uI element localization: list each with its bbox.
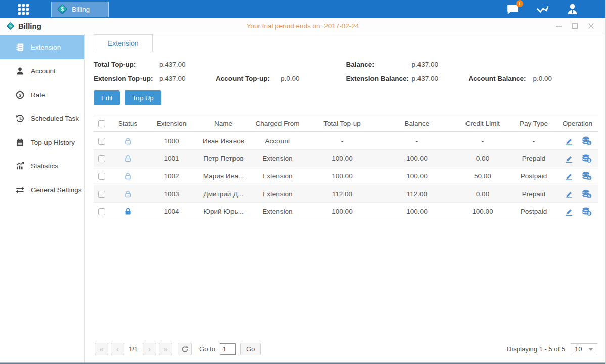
extension-cell: 1004 (147, 203, 197, 220)
account-topup-value: p.0.00 (281, 75, 346, 82)
app-grid-icon[interactable] (18, 4, 29, 15)
operation-cell: $ (556, 167, 598, 185)
main-content: Extension Total Top-up: p.437.00 Extensi… (85, 34, 605, 362)
name-cell: Иван Иванов (197, 132, 250, 150)
row-checkbox[interactable] (98, 155, 105, 162)
row-checkbox[interactable] (98, 173, 105, 180)
row-checkbox[interactable] (98, 138, 105, 145)
edit-extension-icon[interactable] (564, 154, 574, 163)
goto-page-input[interactable] (220, 343, 236, 355)
balance-cell: 112.00 (380, 185, 454, 203)
page-size-select[interactable]: 10 (571, 343, 597, 355)
sidebar-item-label: Statistics (31, 162, 58, 170)
refresh-button[interactable] (178, 343, 192, 355)
topup-extension-icon[interactable]: $ (582, 136, 592, 146)
balance-value: p.437.00 (412, 61, 469, 68)
charged-from-cell: Extension (250, 167, 305, 185)
balance-label: Balance: (346, 61, 412, 68)
sidebar-item-statistics[interactable]: Statistics (0, 154, 84, 178)
top-up-button[interactable]: Top Up (125, 90, 161, 105)
maximize-icon[interactable] (572, 23, 578, 29)
total-topup-cell: 100.00 (305, 167, 380, 185)
table-row: 1003Дмитрий Д...Extension112.00112.000.0… (94, 185, 598, 203)
charged-from-cell: Extension (250, 203, 305, 220)
account-topup-label: Account Top-up: (216, 75, 281, 82)
reports-chart-icon[interactable] (536, 3, 549, 16)
refresh-icon (181, 346, 189, 353)
total-topup-cell: 112.00 (305, 185, 380, 203)
pay-type-cell: Prepaid (511, 150, 556, 167)
column-balance: Balance (380, 115, 454, 132)
extension-cell: 1001 (147, 150, 197, 167)
prev-page-button[interactable]: ‹ (111, 343, 124, 355)
sidebar-item-account[interactable]: Account (0, 59, 84, 83)
topup-extension-icon[interactable]: $ (582, 171, 592, 181)
sidebar-item-extension[interactable]: Extension (0, 35, 84, 59)
total-topup-value: p.437.00 (159, 61, 216, 68)
account-person-icon (15, 66, 25, 76)
scheduled-task-history-icon (15, 114, 25, 123)
user-account-icon[interactable] (566, 3, 579, 16)
sidebar-item-label: General Settings (31, 186, 82, 194)
pagination-bar: « ‹ 1/1 › » Go to Go Displaying 1 - 5 of… (94, 338, 598, 362)
topup-extension-icon[interactable]: $ (582, 154, 592, 163)
edit-extension-icon[interactable] (564, 207, 574, 216)
notification-badge: ! (516, 0, 523, 7)
edit-extension-icon[interactable] (564, 136, 574, 146)
sidebar-item-label: Extension (31, 43, 61, 51)
tab-extension[interactable]: Extension (94, 34, 153, 52)
operation-cell: $ (556, 185, 598, 203)
total-topup-label: Total Top-up: (94, 61, 159, 68)
extension-balance-label: Extension Balance: (346, 75, 412, 82)
sidebar: Extension Account $ Rate (0, 34, 85, 362)
row-checkbox[interactable] (98, 191, 105, 198)
sidebar-item-rate[interactable]: $ Rate (0, 83, 84, 107)
edit-extension-icon[interactable] (564, 171, 574, 181)
action-buttons: Edit Top Up (94, 90, 598, 105)
column-extension: Extension (147, 115, 197, 132)
messages-icon[interactable]: ! (506, 3, 520, 16)
sidebar-item-topup-history[interactable]: Top-up History (0, 130, 84, 154)
column-charged-from: Charged From (250, 115, 305, 132)
titlebar: $ Billing Your trial period ends on: 201… (0, 18, 605, 34)
edit-extension-icon[interactable] (564, 189, 574, 199)
sidebar-item-label: Account (31, 67, 56, 75)
topup-extension-icon[interactable]: $ (582, 189, 592, 199)
name-cell: Дмитрий Д... (197, 185, 250, 203)
extension-topup-label: Extension Top-up: (94, 75, 159, 82)
page-indicator: 1/1 (129, 345, 138, 353)
go-button[interactable]: Go (240, 343, 261, 355)
edit-button[interactable]: Edit (94, 90, 120, 105)
charged-from-cell: Extension (250, 150, 305, 167)
table-row: 1001Петр ПетровExtension100.00100.000.00… (94, 150, 598, 167)
svg-text:$: $ (61, 7, 64, 12)
balance-cell: 100.00 (380, 203, 454, 220)
sidebar-item-general-settings[interactable]: General Settings (0, 178, 84, 202)
name-cell: Петр Петров (197, 150, 250, 167)
credit-limit-cell: 0.00 (454, 150, 511, 167)
account-balance-label: Account Balance: (469, 75, 533, 82)
balance-cell: 100.00 (380, 150, 454, 167)
topbar-tab-billing[interactable]: $ Billing (51, 2, 109, 17)
first-page-button[interactable]: « (95, 343, 108, 355)
minimize-icon[interactable] (555, 23, 562, 29)
sidebar-item-label: Scheduled Task (31, 115, 79, 122)
svg-text:$: $ (588, 176, 590, 180)
column-credit-limit: Credit Limit (454, 115, 511, 132)
account-balance-value: p.0.00 (533, 75, 599, 82)
next-page-button[interactable]: › (143, 343, 156, 355)
total-topup-cell: - (305, 132, 380, 150)
row-checkbox[interactable] (98, 208, 105, 215)
sidebar-item-scheduled-task[interactable]: Scheduled Task (0, 107, 84, 130)
operation-cell: $ (556, 150, 598, 167)
topup-extension-icon[interactable]: $ (582, 207, 592, 216)
close-icon[interactable] (588, 23, 594, 29)
extension-cell: 1003 (147, 185, 197, 203)
name-cell: Мария Ива... (197, 167, 250, 185)
billing-diamond-icon: $ (6, 22, 15, 30)
topbar: $ Billing ! (0, 0, 605, 18)
last-page-button[interactable]: » (159, 343, 172, 355)
tabbar: Extension (94, 34, 598, 52)
status-locked-icon (124, 207, 132, 215)
select-all-checkbox[interactable] (98, 120, 105, 127)
